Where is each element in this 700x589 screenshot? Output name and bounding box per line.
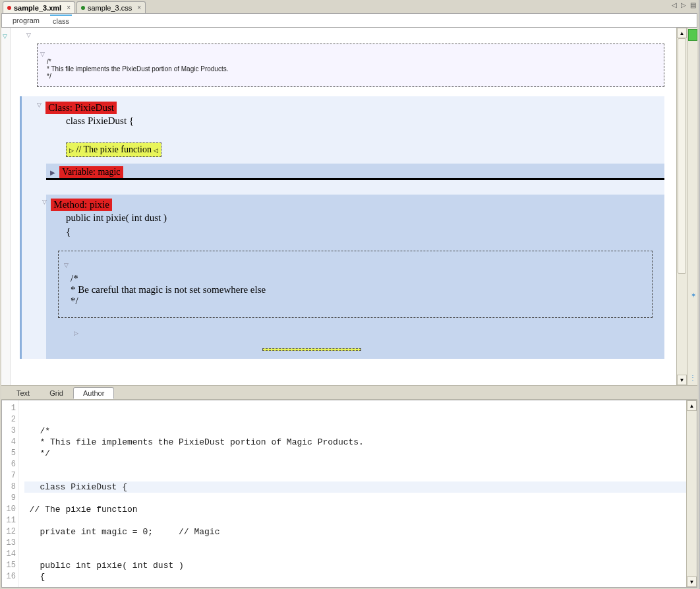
variable-header-badge: Variable: magic — [59, 166, 123, 178]
comment-line: */ — [71, 295, 640, 307]
method-signature[interactable]: public int pixie( int dust ) — [66, 211, 659, 225]
expand-right-icon[interactable]: ▶ — [50, 169, 55, 176]
file-comment-block[interactable]: ▽ /* * This file implements the PixieDus… — [37, 44, 664, 87]
line-number-gutter: 12345678910111213141516 — [2, 400, 19, 587]
scroll-up-icon[interactable]: ▲ — [677, 28, 687, 38]
file-tab-sample-xml[interactable]: sample_3.xml × — [3, 1, 75, 13]
status-ok-icon — [688, 29, 697, 41]
scroll-up-icon[interactable]: ▲ — [687, 400, 697, 411]
source-line[interactable] — [24, 414, 686, 425]
line-number: 6 — [2, 459, 16, 470]
fold-toggle-icon[interactable]: ▽ — [64, 262, 71, 268]
comment-line: /* — [71, 273, 640, 284]
line-number: 8 — [2, 481, 16, 493]
inline-note-text: // The pixie function — [76, 144, 152, 154]
method-block: ▽ Method: pixie public int pixie( int du… — [46, 195, 664, 359]
source-view-pane: 12345678910111213141516 /* * This file i… — [1, 400, 697, 588]
method-open-brace[interactable]: { — [66, 225, 659, 239]
source-line[interactable] — [24, 459, 686, 470]
dirty-indicator-icon — [7, 6, 11, 10]
source-line[interactable] — [24, 493, 686, 504]
class-header-badge[interactable]: Class: PixieDust — [45, 102, 117, 114]
author-view-pane: ▽ ▽ ▽ /* * This file implements the Pixi… — [1, 28, 697, 385]
line-number: 4 — [2, 437, 16, 448]
file-tab-label: sample_3.xml — [14, 4, 61, 12]
comment-line: */ — [47, 73, 655, 80]
line-number: 11 — [2, 515, 16, 526]
line-number: 12 — [2, 526, 16, 538]
tab-list-icon[interactable]: ▤ — [690, 1, 696, 9]
view-mode-tabs: Text Grid Author — [1, 385, 697, 400]
nav-right-icon[interactable]: ▷ — [681, 1, 686, 9]
source-line[interactable]: * This file implements the PixieDust por… — [24, 437, 686, 448]
line-number: 13 — [2, 538, 16, 549]
fold-gutter: ▽ — [1, 28, 11, 385]
source-line[interactable] — [24, 549, 686, 560]
collapsed-note-strip[interactable] — [262, 348, 361, 351]
fold-toggle-icon[interactable]: ▽ — [37, 102, 44, 108]
line-number: 16 — [2, 571, 16, 582]
breadcrumb-item[interactable]: class — [50, 15, 72, 26]
scroll-down-icon[interactable]: ▼ — [677, 375, 687, 385]
source-code-area[interactable]: /* * This file implements the PixieDust … — [19, 400, 686, 587]
overview-ruler[interactable]: ✶ ⋮ — [687, 28, 697, 385]
expand-right-icon[interactable]: ▷ — [74, 330, 80, 336]
method-comment-block[interactable]: ▽ /* * Be careful that magic is not set … — [58, 251, 653, 318]
fold-toggle-icon[interactable]: ▽ — [40, 51, 47, 57]
fold-toggle-icon[interactable]: ▽ — [42, 199, 49, 205]
method-header-badge[interactable]: Method: pixie — [51, 199, 112, 211]
author-content[interactable]: ▽ ▽ ▽ /* * This file implements the Pixi… — [1, 28, 676, 385]
source-line[interactable]: */ — [24, 448, 686, 459]
source-line[interactable]: public int pixie( int dust ) — [24, 560, 686, 571]
source-line[interactable]: { — [24, 571, 686, 582]
comment-line: /* — [47, 58, 655, 65]
line-number: 3 — [2, 425, 16, 437]
scrollbar-thumb[interactable] — [678, 38, 686, 274]
source-line[interactable] — [24, 538, 686, 549]
clean-indicator-icon — [81, 6, 85, 10]
vertical-scrollbar[interactable]: ▲ ▼ — [686, 400, 697, 587]
source-line[interactable]: /* — [24, 425, 686, 437]
source-line[interactable] — [24, 515, 686, 526]
breadcrumb-bar: program class — [1, 13, 697, 28]
vertical-scrollbar[interactable]: ▲ ▼ — [676, 28, 687, 385]
scroll-down-icon[interactable]: ▼ — [687, 576, 697, 587]
close-tab-icon[interactable]: × — [67, 4, 71, 11]
file-tab-sample-css[interactable]: sample_3.css × — [76, 1, 146, 13]
line-number: 7 — [2, 470, 16, 481]
ruler-marker-icon[interactable]: ⋮ — [689, 374, 696, 381]
inline-note-pill[interactable]: ▷ // The pixie function ◁ — [66, 142, 161, 157]
line-number: 9 — [2, 493, 16, 504]
source-line[interactable] — [24, 470, 686, 481]
close-tab-icon[interactable]: × — [137, 4, 141, 11]
fold-toggle-icon[interactable]: ▽ — [26, 32, 33, 38]
expand-left-icon: ◁ — [154, 147, 158, 154]
editor-tab-strip: sample_3.xml × sample_3.css × ◁ ▷ ▤ — [0, 0, 699, 13]
class-block: ▽ Class: PixieDust class PixieDust { ▷ /… — [20, 96, 664, 359]
class-declaration[interactable]: class PixieDust { — [66, 114, 664, 128]
line-number: 15 — [2, 560, 16, 571]
variable-block[interactable]: ▶ Variable: magic — [46, 164, 664, 180]
mode-tab-text[interactable]: Text — [7, 387, 40, 399]
mode-tab-grid[interactable]: Grid — [40, 387, 73, 399]
line-number: 10 — [2, 504, 16, 515]
breadcrumb-item[interactable]: program — [10, 15, 42, 26]
nav-left-icon[interactable]: ◁ — [672, 1, 677, 9]
line-number: 5 — [2, 448, 16, 459]
source-line[interactable]: class PixieDust { — [24, 481, 686, 493]
line-number: 2 — [2, 414, 16, 425]
comment-line: * Be careful that magic is not set somew… — [71, 284, 640, 295]
source-line[interactable] — [24, 403, 686, 414]
file-tab-label: sample_3.css — [88, 4, 132, 12]
source-line[interactable]: // The pixie function — [24, 504, 686, 515]
line-number: 1 — [2, 403, 16, 414]
fold-toggle-icon[interactable]: ▽ — [3, 33, 7, 40]
line-number: 14 — [2, 549, 16, 560]
expand-right-icon: ▷ — [69, 147, 74, 154]
source-line[interactable]: private int magic = 0; // Magic — [24, 526, 686, 538]
ruler-marker-icon[interactable]: ✶ — [691, 292, 696, 299]
comment-line: * This file implements the PixieDust por… — [47, 65, 655, 73]
mode-tab-author[interactable]: Author — [73, 387, 114, 399]
